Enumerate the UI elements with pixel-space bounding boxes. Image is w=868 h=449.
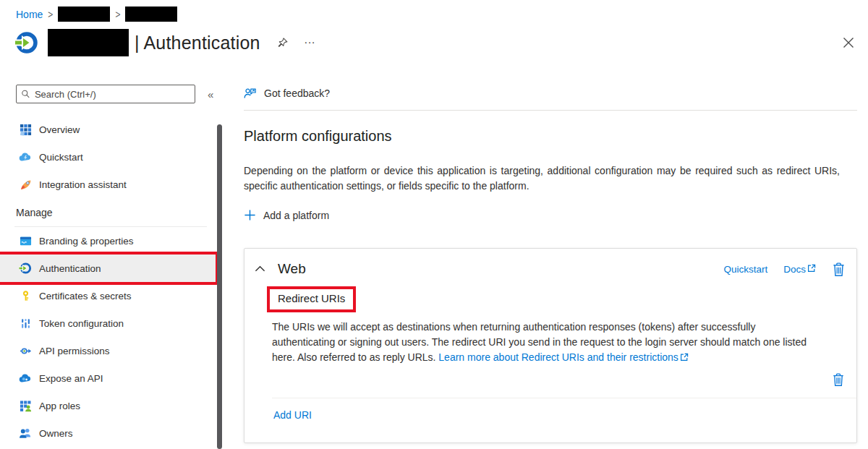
page-title: | Authentication [135, 33, 260, 54]
sidebar-item-label: Token configuration [39, 318, 124, 329]
feedback-label: Got feedback? [264, 87, 330, 99]
pin-icon[interactable] [276, 37, 289, 49]
docs-link-label: Docs [783, 264, 806, 275]
web-card-header: Web Quickstart Docs [244, 249, 856, 277]
external-link-icon [680, 351, 689, 366]
command-bar: Got feedback? [244, 76, 857, 110]
sidebar-item-label: Quickstart [39, 152, 83, 163]
breadcrumb: Home > > [16, 7, 177, 22]
feedback-button[interactable]: Got feedback? [244, 87, 330, 99]
more-options-button[interactable]: ... [305, 36, 316, 49]
sidebar-section-manage: Manage [0, 198, 216, 226]
redirect-uris-highlight-box: Redirect URIs [267, 286, 356, 312]
external-link-icon [807, 264, 816, 275]
sidebar-item-quickstart[interactable]: Quickstart [0, 143, 216, 171]
sidebar-item-label: Expose an API [39, 373, 103, 384]
sidebar-nav: Overview Quickstart [0, 116, 216, 447]
sidebar-item-branding-properties[interactable]: Branding & properties [0, 227, 216, 255]
main-content: Got feedback? Platform configurations De… [244, 76, 857, 443]
title-bar: | Authentication ... [14, 29, 315, 56]
web-card-title: Web [278, 261, 306, 277]
sidebar-item-integration-assistant[interactable]: Integration assistant [0, 171, 216, 198]
close-icon[interactable] [843, 37, 854, 51]
docs-link[interactable]: Docs [783, 264, 816, 275]
redirect-uri-row [244, 366, 856, 398]
rocket-icon [19, 178, 32, 191]
redacted-breadcrumb-item[interactable] [125, 7, 177, 22]
add-platform-button[interactable]: Add a platform [244, 209, 329, 221]
sidebar-item-label: Certificates & secrets [39, 291, 132, 302]
redacted-breadcrumb-item[interactable] [58, 7, 110, 22]
sliders-icon [19, 317, 32, 330]
app-registration-icon [14, 30, 39, 55]
sidebar-search-row: « [16, 85, 223, 103]
api-circuit-icon [19, 344, 32, 357]
breadcrumb-home-link[interactable]: Home [16, 9, 43, 20]
sidebar-scrollbar[interactable] [217, 124, 222, 449]
add-platform-label: Add a platform [263, 210, 329, 221]
add-uri-link[interactable]: Add URI [273, 409, 312, 421]
azure-app-authentication-page: Home > > | Authentication ... [0, 0, 868, 449]
learn-more-link[interactable]: Learn more about Redirect URIs and their… [438, 351, 678, 363]
grid-icon [19, 123, 32, 136]
auth-arrow-icon [19, 262, 32, 275]
breadcrumb-separator: > [115, 8, 120, 21]
search-input[interactable] [35, 89, 190, 100]
redacted-app-name [48, 29, 129, 56]
sidebar-item-label: API permissions [39, 346, 110, 356]
sidebar-item-certificates-secrets[interactable]: Certificates & secrets [0, 282, 216, 309]
redirect-uris-description: The URIs we will accept as destinations … [272, 320, 807, 366]
sidebar-item-app-roles[interactable]: App roles [0, 392, 216, 419]
sidebar-item-label: Authentication [39, 263, 101, 274]
grid-person-icon [19, 399, 32, 412]
sidebar-item-api-permissions[interactable]: API permissions [0, 337, 216, 364]
command-bar-divider [244, 110, 857, 111]
sidebar-item-label: Integration assistant [39, 179, 127, 190]
sidebar: « Overview [0, 76, 226, 449]
collapse-sidebar-button[interactable]: « [208, 88, 213, 101]
sidebar-item-authentication[interactable]: Authentication [0, 255, 216, 282]
sidebar-item-owners[interactable]: Owners [0, 419, 216, 447]
sidebar-item-label: Owners [39, 428, 73, 439]
collapse-chevron-icon[interactable] [255, 265, 265, 273]
uri-row-divider [272, 398, 856, 398]
cloud-icon [19, 372, 32, 385]
delete-platform-icon[interactable] [832, 262, 846, 277]
sidebar-item-token-configuration[interactable]: Token configuration [0, 309, 216, 337]
key-icon [19, 289, 32, 302]
sidebar-item-label: App roles [39, 401, 80, 411]
sidebar-item-label: Branding & properties [39, 236, 134, 247]
platform-configurations-heading: Platform configurations [244, 128, 857, 145]
quickstart-link[interactable]: Quickstart [723, 264, 767, 275]
sidebar-item-expose-an-api[interactable]: Expose an API [0, 364, 216, 392]
search-icon [21, 89, 30, 99]
platform-configurations-description: Depending on the platform or device this… [244, 163, 840, 193]
redirect-uris-title: Redirect URIs [278, 292, 345, 304]
browser-icon [19, 234, 32, 247]
sidebar-item-overview[interactable]: Overview [0, 116, 216, 143]
plus-icon [244, 209, 256, 221]
search-box[interactable] [16, 85, 195, 103]
breadcrumb-separator: > [48, 8, 53, 21]
delete-uri-icon[interactable] [832, 372, 845, 387]
web-platform-card: Web Quickstart Docs [244, 248, 857, 443]
feedback-person-icon [244, 87, 257, 99]
people-icon [19, 427, 32, 440]
sidebar-item-label: Overview [39, 124, 80, 135]
cloud-bolt-icon [19, 150, 32, 163]
